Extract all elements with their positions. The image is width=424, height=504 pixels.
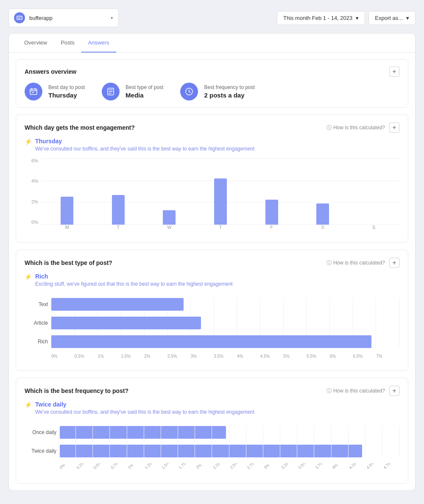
post-type-expand[interactable]: +: [389, 258, 399, 268]
engagement-section: Which day gets the most engagement? ⓘ Ho…: [16, 114, 408, 243]
post-type-x-ticks: 0% 0.5% 1% 1.5% 2% 2.5% 3% 3.5% 4% 4.5% …: [25, 354, 399, 359]
x-label-M: M: [42, 225, 93, 235]
tab-content: Answers overview + Best day t: [9, 59, 415, 484]
y-label-4: 4%: [31, 179, 38, 184]
overview-freq-label: Best frequency to post: [204, 84, 254, 90]
engagement-header: Which day gets the most engagement? ⓘ Ho…: [25, 123, 399, 133]
bar-col-M: [42, 159, 93, 225]
frequency-how-calc[interactable]: ⓘ How is this calculated?: [326, 387, 385, 395]
frequency-insight: ⚡ Twice daily We've consulted our boffin…: [25, 401, 399, 415]
top-right-controls: This month Feb 1 - 14, 2023 ▾ Export as.…: [277, 11, 416, 25]
y-axis: 6% 4% 2% 0%: [25, 159, 41, 225]
bar-col-T1: [93, 159, 144, 225]
bar-W: [163, 210, 176, 225]
post-type-header-right: ⓘ How is this calculated? +: [326, 258, 399, 268]
date-range-picker[interactable]: This month Feb 1 - 14, 2023 ▾: [277, 11, 365, 25]
top-bar: bufferapp ▾ This month Feb 1 - 14, 2023 …: [8, 8, 416, 27]
date-chevron-icon: ▾: [356, 15, 359, 21]
tab-answers[interactable]: Answers: [81, 33, 116, 53]
tick-4.5: 4.5%: [260, 354, 284, 359]
bar-col-F: [246, 159, 297, 225]
x-label-F: F: [246, 225, 297, 235]
engagement-expand[interactable]: +: [389, 123, 399, 133]
bar-track-text: [51, 298, 399, 311]
tick-3: 3%: [190, 354, 214, 359]
post-type-how-calc[interactable]: ⓘ How is this calculated?: [326, 259, 385, 267]
frequency-insight-title: Twice daily: [35, 401, 254, 408]
x-label-T2: T: [195, 225, 246, 235]
export-chevron-icon: ▾: [406, 15, 409, 21]
svg-rect-0: [17, 16, 22, 19]
bar-fill-text: [51, 298, 184, 311]
date-range-label: This month Feb 1 - 14, 2023: [283, 15, 352, 21]
engagement-insight-text: Thursday We've consulted our boffins, an…: [35, 138, 254, 152]
bolt-icon: ⚡: [25, 138, 32, 145]
bars-container: [42, 159, 399, 225]
svg-point-2: [32, 92, 33, 93]
h-chart-area: Text Article Rich: [25, 298, 399, 348]
engagement-insight: ⚡ Thursday We've consulted our boffins, …: [25, 138, 399, 152]
frequency-insight-desc: We've consulted our boffins, and they've…: [35, 409, 254, 415]
bar-track-rich: [51, 335, 399, 348]
overview-item-type-text: Best type of post Media: [126, 84, 163, 99]
freq-x-ticks: 0% 0.25% 0.5% 0.75% 1% 1.25% 1.5% 1.75% …: [25, 463, 399, 471]
post-type-header: Which is the best type of post? ⓘ How is…: [25, 258, 399, 268]
bar-label-text: Text: [25, 301, 48, 307]
bar-row-text: Text: [25, 298, 399, 311]
bar-row-twice: Twice daily: [25, 445, 399, 457]
tick-2: 2%: [144, 354, 167, 359]
freq-label-once: Once daily: [25, 429, 56, 435]
frequency-header-right: ⓘ How is this calculated? +: [326, 386, 399, 396]
overview-item-freq-text: Best frequency to post 2 posts a day: [204, 84, 254, 99]
question-icon-3: ⓘ: [326, 387, 332, 395]
tab-bar: Overview Posts Answers: [9, 33, 415, 53]
bar-row-article: Article: [25, 317, 399, 329]
app-name: bufferapp: [29, 15, 111, 21]
tab-overview[interactable]: Overview: [17, 33, 54, 53]
tick-4: 4%: [237, 354, 260, 359]
post-type-insight-title: Rich: [35, 273, 233, 280]
answers-overview-expand[interactable]: +: [389, 67, 399, 77]
overview-item-day-text: Best day to post Thursday: [48, 84, 85, 99]
tick-7: 7%: [376, 354, 399, 359]
x-label-W: W: [144, 225, 195, 235]
tick-3.5: 3.5%: [214, 354, 237, 359]
overview-day-label: Best day to post: [48, 84, 85, 90]
tick-6.5: 6.5%: [353, 354, 377, 359]
engagement-how-calc[interactable]: ⓘ How is this calculated?: [326, 124, 385, 131]
bar-M: [61, 197, 73, 225]
bar-label-rich: Rich: [25, 339, 48, 345]
bar-label-article: Article: [25, 320, 48, 326]
overview-item-type: Best type of post Media: [102, 83, 163, 100]
calendar-icon: [25, 83, 42, 100]
main-card: Overview Posts Answers Answers overview …: [8, 33, 416, 491]
frequency-expand[interactable]: +: [389, 386, 399, 396]
freq-chart-area: Once daily Twice daily: [25, 426, 399, 457]
export-button[interactable]: Export as... ▾: [368, 11, 416, 25]
answers-overview-section: Answers overview + Best day t: [16, 59, 408, 108]
engagement-insight-desc: We've consulted our boffins, and they've…: [35, 146, 254, 152]
app-selector[interactable]: bufferapp ▾: [8, 8, 119, 27]
frequency-section: Which is the best frequency to post? ⓘ H…: [16, 378, 408, 484]
chevron-down-icon: ▾: [111, 15, 113, 21]
tick-5.5: 5.5%: [307, 354, 330, 359]
engagement-chart: 6% 4% 2% 0%: [25, 159, 399, 235]
frequency-insight-text: Twice daily We've consulted our boffins,…: [35, 401, 254, 415]
y-label-6: 6%: [31, 159, 38, 163]
bar-row-once: Once daily: [25, 426, 399, 439]
y-label-2: 2%: [31, 200, 38, 204]
bar-fill-article: [51, 317, 201, 329]
tick-6: 6%: [330, 354, 353, 359]
frequency-chart: Once daily Twice daily 0%: [25, 422, 399, 476]
tab-posts[interactable]: Posts: [54, 33, 81, 53]
post-type-icon: [102, 83, 120, 100]
bar-fill-rich: [51, 335, 371, 348]
overview-freq-value: 2 posts a day: [204, 92, 254, 99]
bar-row-rich: Rich: [25, 335, 399, 348]
tick-5: 5%: [283, 354, 307, 359]
overview-day-value: Thursday: [48, 92, 85, 99]
post-type-chart: Text Article Rich: [25, 294, 399, 363]
app-icon: [14, 12, 25, 23]
tick-1.5: 1.5%: [121, 354, 144, 359]
tick-1: 1%: [98, 354, 121, 359]
